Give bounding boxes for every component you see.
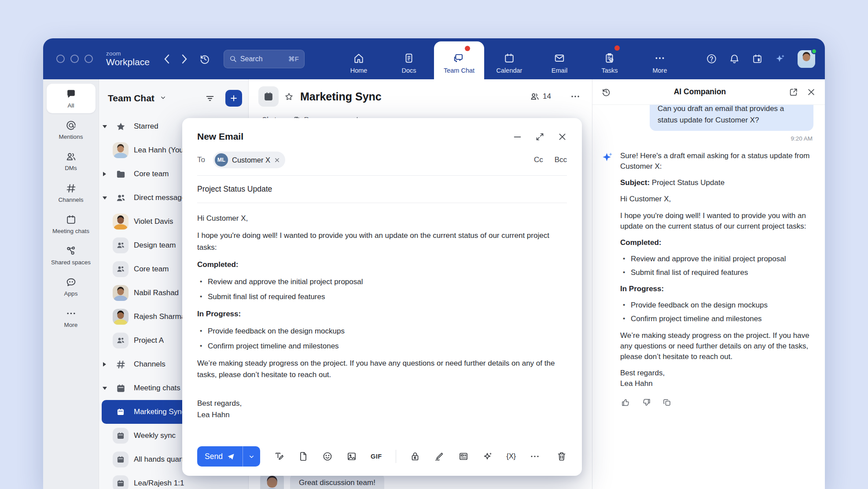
back-icon[interactable] [164, 54, 170, 64]
apps-icon [66, 277, 77, 288]
expand-caret-icon[interactable] [103, 172, 106, 176]
list-item: Review and approve the initial project p… [620, 254, 813, 264]
collapse-caret-icon[interactable] [103, 196, 107, 200]
tab-docs[interactable]: Docs [384, 38, 434, 79]
tab-more[interactable]: More [635, 38, 685, 79]
bcc-button[interactable]: Bcc [555, 156, 567, 164]
recipient-chip[interactable]: ML Customer X [213, 152, 285, 168]
window-controls[interactable] [56, 55, 93, 63]
tab-home[interactable]: Home [334, 38, 384, 79]
open-external-icon[interactable] [789, 87, 798, 97]
rail-label-shared-spaces: Shared spaces [51, 259, 91, 266]
ai-response-subject: Subject: Project Status Update [620, 178, 813, 188]
forward-icon[interactable] [181, 54, 188, 64]
expand-caret-icon[interactable] [103, 362, 106, 367]
tab-calendar[interactable]: Calendar [484, 38, 534, 79]
channel-title: Marketing Sync [300, 90, 382, 103]
attach-file-icon[interactable] [298, 451, 309, 462]
channels-icon [66, 183, 77, 194]
window-close-circle[interactable] [56, 55, 65, 63]
ai-inprogress-list: Provide feedback on the design mockups C… [620, 300, 813, 324]
channel-more-icon[interactable] [570, 91, 581, 102]
window-zoom-circle[interactable] [85, 55, 93, 63]
compose-toolbar: Send GIF {X} [197, 437, 567, 476]
history-icon[interactable] [199, 53, 210, 65]
email-greeting: Hi Customer X, [197, 213, 567, 224]
avatar-nabil-rashad [113, 285, 129, 301]
ai-history-icon[interactable] [601, 87, 611, 97]
list-item: Submit final list of required features [620, 267, 813, 278]
list-item: Review and approve the initial project p… [197, 276, 567, 288]
expand-icon[interactable] [535, 132, 544, 141]
send-options-chevron-icon[interactable] [243, 446, 260, 467]
list-item: Confirm project timeline and milestones [620, 314, 813, 324]
rail-item-shared-spaces[interactable]: Shared spaces [47, 241, 96, 270]
thumbs-down-icon[interactable] [642, 398, 651, 407]
signature-pen-icon[interactable] [434, 451, 445, 462]
send-button[interactable]: Send [197, 446, 243, 467]
insert-image-icon[interactable] [346, 451, 357, 462]
rail-item-all[interactable]: All [47, 84, 96, 113]
minimize-icon[interactable] [513, 132, 522, 141]
search-placeholder: Search [240, 55, 285, 63]
ai-response-signature: Best regards, Lea Hahn [620, 368, 813, 389]
copy-icon[interactable] [662, 398, 672, 407]
group-icon [116, 265, 125, 274]
rail-item-channels[interactable]: Channels [47, 178, 96, 207]
cc-button[interactable]: Cc [534, 156, 543, 164]
tasks-icon [604, 52, 615, 64]
favorite-star-icon[interactable] [284, 92, 294, 101]
toolbar-divider [396, 450, 396, 463]
rail-item-apps[interactable]: Apps [47, 272, 96, 301]
modal-close-icon[interactable] [558, 132, 567, 141]
gif-icon[interactable]: GIF [371, 453, 382, 460]
new-email-modal: New Email To ML Customer X Cc Bcc Projec… [182, 118, 582, 476]
email-intro: I hope you're doing well! I wanted to pr… [197, 230, 567, 253]
variables-icon[interactable]: {X} [507, 452, 516, 460]
tab-team-chat[interactable]: Team Chat [434, 41, 484, 79]
team-chat-notification-dot [465, 46, 470, 51]
subject-field[interactable]: Project Status Update [197, 176, 567, 203]
thumbs-up-icon[interactable] [621, 398, 630, 407]
meeting-calendar-icon [116, 408, 125, 416]
text-format-icon[interactable] [274, 451, 284, 462]
window-minimize-circle[interactable] [70, 55, 79, 63]
ai-completed-heading: Completed: [620, 237, 813, 248]
tab-tasks[interactable]: Tasks [585, 38, 635, 79]
notifications-bell-icon[interactable] [729, 53, 740, 64]
collapse-caret-icon[interactable] [103, 125, 107, 128]
rail-label-apps: Apps [64, 290, 78, 297]
zoom-workplace-logo: zoom Workplace [106, 51, 150, 67]
ai-close-icon[interactable] [806, 87, 816, 97]
ai-conversation: Can you draft an email that provides a s… [592, 105, 825, 489]
new-chat-button[interactable] [225, 90, 242, 107]
toolbar-more-icon[interactable] [530, 451, 540, 462]
ai-companion-sparkle-icon[interactable] [775, 53, 786, 64]
rail-label-more: More [64, 322, 78, 329]
ai-compose-sparkle-icon[interactable] [482, 451, 493, 462]
calendar-today-icon[interactable] [752, 53, 763, 64]
collapse-caret-icon[interactable] [103, 387, 107, 390]
folder-icon [116, 169, 126, 179]
tab-email-label: Email [552, 67, 567, 74]
people-icon [116, 193, 126, 203]
search-input[interactable]: Search ⌘F [224, 50, 305, 68]
member-count[interactable]: 14 [530, 92, 551, 101]
filter-icon[interactable] [205, 93, 215, 103]
sidebar-title-chevron-icon[interactable] [160, 94, 166, 103]
help-icon[interactable] [706, 53, 717, 64]
rail-item-mentions[interactable]: Mentions [47, 115, 96, 144]
template-icon[interactable] [458, 451, 469, 462]
emoji-icon[interactable] [322, 451, 333, 462]
rail-item-dms[interactable]: DMs [47, 146, 96, 176]
email-body-editor[interactable]: Hi Customer X, I hope you're doing well!… [197, 203, 567, 437]
list-item: Provide feedback on the design mockups [197, 326, 567, 337]
tab-email[interactable]: Email [534, 38, 585, 79]
rail-item-meeting-chats[interactable]: Meeting chats [47, 209, 96, 239]
discard-trash-icon[interactable] [556, 451, 567, 462]
rail-item-more[interactable]: More [47, 303, 96, 333]
profile-avatar[interactable] [798, 50, 815, 68]
remove-recipient-icon[interactable] [274, 157, 280, 163]
encrypt-lock-icon[interactable] [410, 451, 420, 462]
search-icon [229, 55, 237, 63]
